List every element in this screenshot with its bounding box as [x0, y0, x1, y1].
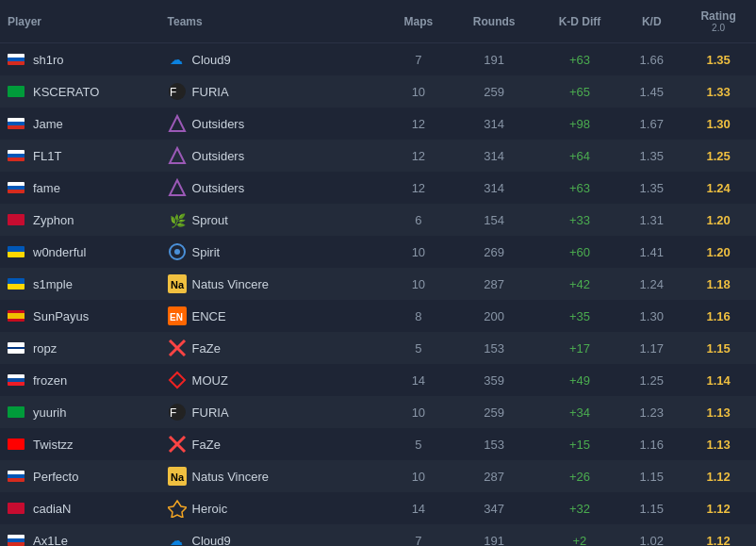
kd-diff-cell: +26: [537, 460, 623, 492]
kd-diff-cell: +63: [537, 43, 623, 76]
kd-cell: 1.35: [622, 140, 681, 172]
rating-cell: 1.20: [681, 204, 756, 236]
kd-cell: 1.30: [622, 300, 681, 332]
svg-text:F: F: [170, 406, 176, 420]
team-name: Heroic: [192, 502, 228, 516]
rounds-cell: 191: [452, 524, 537, 546]
rounds-cell: 314: [452, 140, 537, 172]
player-flag: [8, 150, 25, 161]
kd-cell: 1.35: [622, 172, 681, 204]
rating-cell: 1.24: [681, 172, 756, 204]
kd-diff-cell: +34: [537, 396, 623, 428]
player-name-cell: cadiaN: [0, 492, 160, 524]
kd-diff-cell: +2: [537, 524, 623, 546]
kd-cell: 1.45: [622, 75, 681, 108]
kd-cell: 1.66: [622, 43, 681, 76]
svg-point-8: [174, 249, 180, 255]
team-name: Outsiders: [192, 149, 245, 163]
team-cell: Outsiders: [160, 140, 386, 172]
rating-cell: 1.25: [681, 140, 756, 172]
kd-diff-cell: +63: [537, 172, 623, 204]
team-cell: FaZe: [160, 428, 386, 460]
maps-cell: 14: [386, 364, 452, 396]
player-name-cell: w0nderful: [0, 236, 160, 268]
team-name: Natus Vincere: [192, 277, 269, 291]
player-flag: [8, 535, 25, 546]
team-name: Sprout: [192, 213, 228, 227]
maps-cell: 8: [386, 300, 452, 332]
rounds-cell: 287: [452, 460, 537, 492]
team-cell: F FURIA: [160, 396, 386, 428]
stats-table-container: Player Teams Maps Rounds K-D Diff K/D Ra…: [0, 0, 756, 546]
player-flag: [8, 438, 25, 450]
player-name: yuurih: [33, 405, 66, 420]
team-name: Spirit: [192, 245, 221, 259]
kd-diff-cell: +98: [537, 108, 623, 140]
table-row: KSCERATO F FURIA 10 259 +65 1.45 1.33: [0, 75, 756, 108]
rating-cell: 1.30: [681, 108, 756, 140]
rating-cell: 1.14: [681, 364, 756, 396]
team-name: Cloud9: [192, 534, 231, 547]
rating-cell: 1.12: [681, 460, 756, 492]
table-row: cadiaN Heroic 14 347 +32 1.15 1.12: [0, 492, 756, 524]
rating-cell: 1.18: [681, 268, 756, 300]
player-name: Jame: [33, 117, 63, 131]
maps-cell: 10: [386, 268, 452, 300]
rounds-cell: 347: [452, 492, 537, 524]
kd-cell: 1.17: [622, 332, 681, 364]
player-flag: [8, 503, 25, 514]
rating-cell: 1.13: [681, 396, 756, 428]
team-cell: Na Natus Vincere: [160, 460, 386, 492]
team-name: Outsiders: [192, 117, 245, 131]
team-name: Cloud9: [192, 53, 231, 67]
team-logo: [168, 178, 187, 197]
kd-cell: 1.16: [622, 428, 681, 460]
maps-cell: 6: [386, 204, 452, 236]
player-name-cell: s1mple: [0, 268, 160, 300]
team-cell: FaZe: [160, 332, 386, 364]
player-name-cell: Ax1Le: [0, 524, 160, 546]
table-row: FL1T Outsiders 12 314 +64 1.35 1.25: [0, 140, 756, 172]
team-cell: Outsiders: [160, 108, 386, 140]
team-cell: 🌿 Sprout: [160, 204, 386, 236]
svg-text:☁: ☁: [170, 52, 183, 67]
header-teams: Teams: [160, 0, 386, 43]
team-name: Outsiders: [192, 181, 245, 195]
player-name: w0nderful: [33, 245, 86, 259]
player-name-cell: KSCERATO: [0, 75, 160, 108]
maps-cell: 5: [386, 428, 452, 460]
team-logo: [168, 242, 187, 261]
svg-text:☁: ☁: [170, 533, 183, 546]
kd-diff-cell: +42: [537, 268, 623, 300]
table-row: Jame Outsiders 12 314 +98 1.67 1.30: [0, 108, 756, 140]
player-name-cell: Zyphon: [0, 204, 160, 236]
svg-marker-4: [170, 148, 185, 163]
table-row: Perfecto Na Natus Vincere 10 287 +26 1.1…: [0, 460, 756, 492]
maps-cell: 10: [386, 236, 452, 268]
team-logo: [168, 371, 187, 389]
rounds-cell: 314: [452, 172, 537, 204]
svg-text:F: F: [170, 86, 176, 99]
team-cell: ☁ Cloud9: [160, 524, 386, 546]
player-name-cell: FL1T: [0, 140, 160, 172]
player-name: frozen: [33, 373, 67, 388]
player-name-cell: ropz: [0, 332, 160, 364]
table-row: fame Outsiders 12 314 +63 1.35 1.24: [0, 172, 756, 204]
maps-cell: 12: [386, 108, 452, 140]
team-logo: Na: [168, 274, 187, 293]
team-name: FURIA: [192, 405, 229, 420]
svg-text:EN: EN: [170, 312, 183, 323]
team-cell: Outsiders: [160, 172, 386, 204]
header-rating: Rating 2.0: [681, 0, 756, 43]
player-name-cell: frozen: [0, 364, 160, 396]
player-name: s1mple: [33, 277, 73, 291]
rounds-cell: 154: [452, 204, 537, 236]
kd-cell: 1.15: [622, 492, 681, 524]
table-row: frozen MOUZ 14 359 +49 1.25 1.14: [0, 364, 756, 396]
team-logo: F: [168, 82, 187, 101]
kd-diff-cell: +65: [537, 75, 623, 108]
rating-cell: 1.13: [681, 428, 756, 460]
player-name: Twistzz: [33, 438, 74, 452]
team-logo: [168, 499, 187, 518]
maps-cell: 10: [386, 396, 452, 428]
